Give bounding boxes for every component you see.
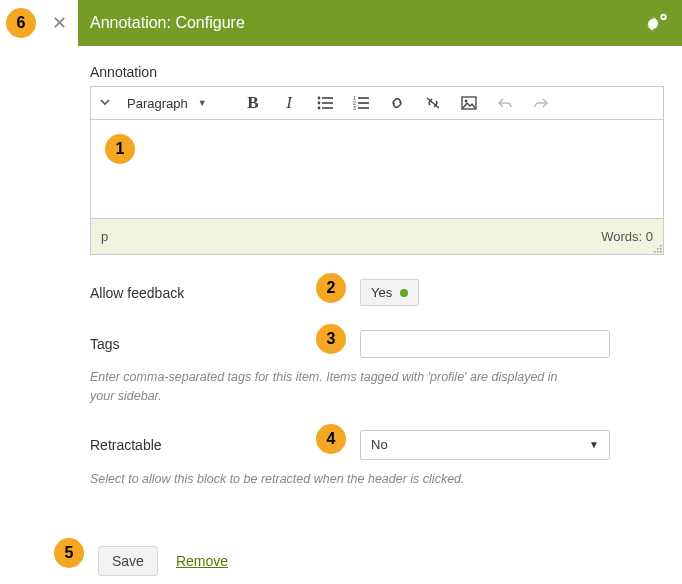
annotation-marker-1: 1: [105, 134, 135, 164]
editor-statusbar: p Words: 0: [90, 219, 664, 255]
caret-down-icon: ▼: [589, 439, 599, 450]
bold-button[interactable]: B: [243, 93, 263, 113]
annotation-marker-5: 5: [54, 538, 84, 568]
allow-feedback-value: Yes: [371, 285, 392, 300]
annotation-marker-6: 6: [6, 8, 36, 38]
format-current: Paragraph: [127, 96, 188, 111]
editor-toolbar: Paragraph ▼ B I 123: [90, 86, 664, 119]
dialog-header: 6 ✕ Annotation: Configure: [0, 0, 682, 46]
format-dropdown[interactable]: Paragraph ▼: [127, 96, 227, 111]
svg-rect-13: [358, 107, 369, 109]
annotation-marker-2: 2: [316, 273, 346, 303]
undo-button[interactable]: [495, 93, 515, 113]
svg-point-1: [662, 15, 664, 17]
resize-grip-icon[interactable]: [653, 244, 663, 254]
bullet-list-button[interactable]: [315, 93, 335, 113]
svg-rect-21: [660, 251, 662, 253]
editor-wordcount: Words: 0: [601, 229, 653, 244]
svg-rect-18: [660, 248, 662, 250]
svg-rect-7: [322, 107, 333, 109]
toolbar-expand-icon[interactable]: [99, 95, 111, 111]
tags-input[interactable]: [360, 330, 610, 358]
svg-text:3: 3: [353, 105, 356, 110]
settings-icon[interactable]: [644, 11, 670, 36]
retractable-help: Select to allow this block to be retract…: [90, 470, 570, 489]
image-button[interactable]: [459, 93, 479, 113]
dialog-title: Annotation: Configure: [78, 14, 644, 32]
retractable-value: No: [371, 437, 388, 452]
svg-point-4: [318, 102, 321, 105]
numbered-list-button[interactable]: 123: [351, 93, 371, 113]
link-button[interactable]: [387, 93, 407, 113]
annotation-marker-4: 4: [316, 424, 346, 454]
svg-rect-16: [660, 245, 662, 247]
save-button[interactable]: Save: [98, 546, 158, 576]
svg-rect-9: [358, 97, 369, 99]
retractable-select[interactable]: No ▼: [360, 430, 610, 460]
unlink-button[interactable]: [423, 93, 443, 113]
svg-rect-11: [358, 102, 369, 104]
redo-button[interactable]: [531, 93, 551, 113]
editor-path: p: [101, 229, 108, 244]
allow-feedback-toggle[interactable]: Yes: [360, 279, 419, 306]
status-dot-icon: [400, 289, 408, 297]
svg-rect-20: [657, 251, 659, 253]
svg-rect-19: [654, 251, 656, 253]
svg-rect-3: [322, 97, 333, 99]
close-icon[interactable]: ✕: [48, 12, 70, 34]
header-left-box: 6 ✕: [0, 0, 78, 46]
svg-rect-17: [657, 248, 659, 250]
annotation-marker-3: 3: [316, 324, 346, 354]
svg-point-15: [465, 100, 468, 103]
caret-down-icon: ▼: [198, 98, 207, 108]
editor-textarea[interactable]: 1: [90, 119, 664, 219]
svg-point-6: [318, 107, 321, 110]
annotation-label: Annotation: [90, 64, 664, 80]
svg-rect-5: [322, 102, 333, 104]
svg-point-2: [318, 97, 321, 100]
tags-help: Enter comma-separated tags for this item…: [90, 368, 570, 406]
italic-button[interactable]: I: [279, 93, 299, 113]
remove-link[interactable]: Remove: [176, 553, 228, 569]
